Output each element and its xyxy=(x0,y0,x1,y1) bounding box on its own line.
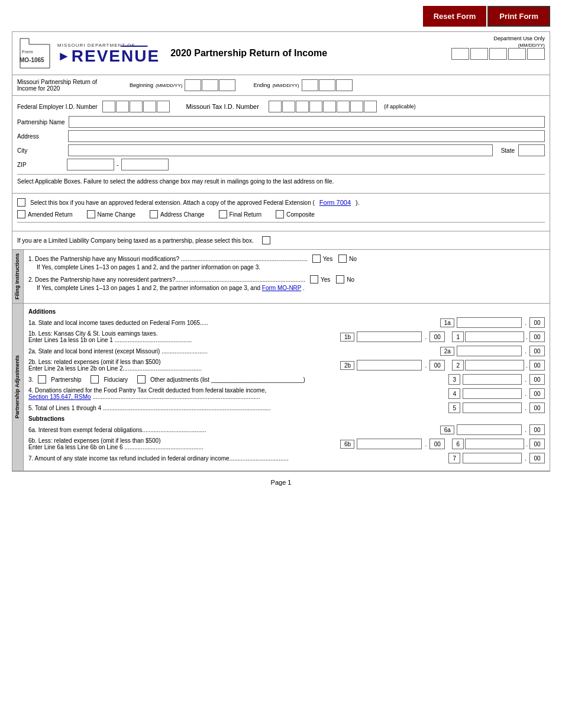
zip-input-1[interactable] xyxy=(67,159,114,170)
svg-text:Form: Form xyxy=(22,49,33,54)
final-return-checkbox[interactable] xyxy=(219,210,227,218)
llc-checkbox[interactable] xyxy=(262,236,270,244)
right-7-num: 7 xyxy=(448,453,460,463)
line-4-label: 4. Donations claimed for the Food Pantry… xyxy=(28,387,446,400)
fed-box-4[interactable] xyxy=(143,101,156,112)
q2-row: 2. Does the Partnership have any nonresi… xyxy=(28,275,545,284)
mo-box-3[interactable] xyxy=(296,101,309,112)
begin-box-2[interactable] xyxy=(202,79,218,91)
composite-label: Composite xyxy=(286,211,315,218)
name-change-label: Name Change xyxy=(98,211,135,218)
q2-no-box[interactable] xyxy=(336,275,344,284)
right-5-amount[interactable] xyxy=(463,402,522,413)
dept-box-4[interactable] xyxy=(508,48,526,60)
right-6-amount[interactable] xyxy=(465,439,524,449)
fed-box-1[interactable] xyxy=(102,101,115,112)
line-6a-amount[interactable] xyxy=(457,424,522,435)
federal-ext-checkbox[interactable] xyxy=(17,198,25,207)
right-4-cents: 00 xyxy=(529,388,545,399)
date-row-label: Missouri Partnership Return of Income fo… xyxy=(17,79,124,92)
line-4-dots: ........................................… xyxy=(92,394,260,400)
mo-box-6[interactable] xyxy=(337,101,350,112)
top-bar: Reset Form Print Form xyxy=(12,6,550,27)
dept-use-area: Department Use Only (MM/DD/YY) xyxy=(451,36,545,60)
reset-button[interactable]: Reset Form xyxy=(423,6,487,27)
dept-box-2[interactable] xyxy=(470,48,488,60)
line-6b-row: 6b. Less: related expenses (omit if less… xyxy=(28,437,545,450)
page-footer: Page 1 xyxy=(12,471,550,493)
right-2-amount[interactable] xyxy=(465,360,524,371)
print-button[interactable]: Print Form xyxy=(487,6,550,27)
q2-sub-text: If Yes, complete Lines 1–13 on pages 1 a… xyxy=(37,285,262,291)
line-3-partnership-checkbox[interactable] xyxy=(38,375,46,384)
line-5-row: 5. Total of Lines 1 through 4 ..........… xyxy=(28,402,545,413)
city-input[interactable] xyxy=(68,144,493,156)
fed-box-3[interactable] xyxy=(130,101,143,112)
end-box-1[interactable] xyxy=(302,79,318,91)
line-1b-num: 1b xyxy=(340,333,354,342)
right-1-cents: 00 xyxy=(529,331,545,342)
dept-box-3[interactable] xyxy=(489,48,507,60)
form7004-link[interactable]: Form 7004 xyxy=(319,199,351,206)
begin-box-1[interactable] xyxy=(185,79,201,91)
line-2b-num: 2b xyxy=(340,361,354,370)
type-checkboxes-row: Amended Return Name Change Address Chang… xyxy=(17,210,545,218)
q2-yes-box[interactable] xyxy=(310,275,318,284)
federal-id-label: Federal Employer I.D. Number xyxy=(17,104,98,110)
line-1a-amount[interactable] xyxy=(457,317,522,328)
partnership-name-input[interactable] xyxy=(69,116,545,128)
fed-box-5[interactable] xyxy=(157,101,170,112)
state-input[interactable] xyxy=(518,144,545,156)
address-change-item: Address Change xyxy=(150,210,205,218)
right-4-amount[interactable] xyxy=(463,388,522,399)
form-mo-nrp-link[interactable]: Form MO-NRP xyxy=(262,285,301,291)
form7004-close: ). xyxy=(356,199,360,206)
address-change-checkbox[interactable] xyxy=(150,210,158,218)
form-title: 2020 Partnership Return of Income xyxy=(170,48,327,59)
line-2b-cents: 00 xyxy=(429,360,445,371)
line-3-other-checkbox[interactable] xyxy=(137,375,146,384)
mo-box-2[interactable] xyxy=(282,101,295,112)
zip-input-2[interactable] xyxy=(121,159,169,170)
address-change-label: Address Change xyxy=(160,211,205,218)
fed-box-2[interactable] xyxy=(116,101,129,112)
amended-return-checkbox[interactable] xyxy=(17,210,25,218)
line-3-fiduciary-checkbox[interactable] xyxy=(91,375,99,384)
mo-box-4[interactable] xyxy=(309,101,322,112)
page-label: Page 1 xyxy=(271,479,292,486)
zip-label: ZIP xyxy=(17,162,64,168)
llc-text: If you are a Limited Liability Company b… xyxy=(17,237,254,244)
beginning-boxes xyxy=(185,79,235,91)
q1-yes-box[interactable] xyxy=(312,255,321,263)
mo-box-7[interactable] xyxy=(350,101,363,112)
line-3-fiduciary-label: Fiduciary xyxy=(104,376,128,383)
line-5-label: 5. Total of Lines 1 through 4 ..........… xyxy=(28,405,446,411)
end-box-3[interactable] xyxy=(336,79,353,91)
mo-box-8[interactable] xyxy=(364,101,377,112)
subtractions-label: Subtractions xyxy=(28,415,545,422)
line-2b-row: 2b. Less: related expenses (omit if less… xyxy=(28,359,545,372)
line-2a-amount[interactable] xyxy=(457,346,522,356)
right-7-amount[interactable] xyxy=(463,453,522,463)
line-6b-amount[interactable] xyxy=(357,439,422,449)
right-3-amount[interactable] xyxy=(463,374,522,385)
mo-box-1[interactable] xyxy=(269,101,282,112)
end-box-2[interactable] xyxy=(319,79,335,91)
section-135-link[interactable]: Section 135.647, RSMo xyxy=(28,394,91,400)
address-input[interactable] xyxy=(68,130,545,142)
right-1-amount[interactable] xyxy=(465,331,524,342)
composite-checkbox[interactable] xyxy=(276,210,284,218)
line-1b-amount[interactable] xyxy=(357,331,422,342)
additions-label: Additions xyxy=(28,308,545,315)
dept-box-1[interactable] xyxy=(451,48,469,60)
mo-box-5[interactable] xyxy=(323,101,336,112)
q1-no-box[interactable] xyxy=(338,255,347,263)
dept-box-5[interactable] xyxy=(527,48,545,60)
right-2-num: 2 xyxy=(452,360,464,371)
line-2b-amount[interactable] xyxy=(357,360,422,371)
begin-box-3[interactable] xyxy=(219,79,235,91)
line-7-row: 7. Amount of any state income tax refund… xyxy=(28,453,545,463)
name-change-checkbox[interactable] xyxy=(87,210,95,218)
right-5-cents: 00 xyxy=(529,402,545,413)
fed-boxes xyxy=(102,101,170,112)
